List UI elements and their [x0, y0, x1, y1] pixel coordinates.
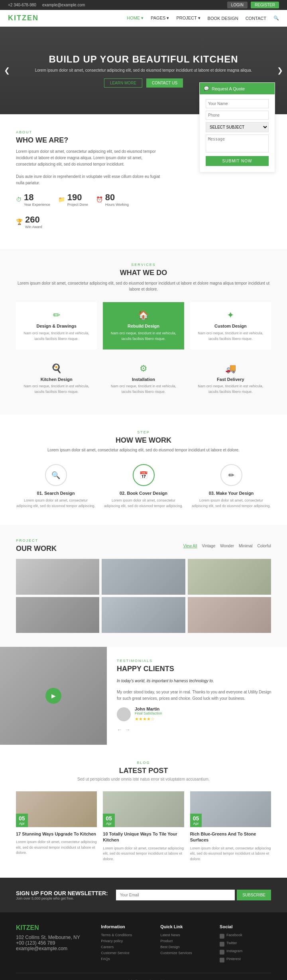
quote-header-text: Request A Quote	[212, 86, 245, 91]
blog-section: BLOG LATEST POST Sed ut perspiciatis und…	[0, 745, 287, 878]
login-button[interactable]: LOGIN	[227, 2, 248, 8]
quote-name-input[interactable]	[206, 99, 269, 108]
testimonial-prev[interactable]: ←	[117, 726, 122, 733]
how-step-1: 🔍 01. Search Design Lorem ipsum dolor si…	[16, 464, 96, 509]
quote-message-input[interactable]	[206, 135, 269, 152]
service-delivery-title: Fast Delivery	[194, 377, 267, 382]
service-kitchen-title: Kitchen Design	[20, 377, 93, 382]
logo[interactable]: KITZEN	[8, 14, 39, 22]
nav-project[interactable]: PROJECT ▾	[176, 16, 200, 21]
step3-circle: ✏	[220, 464, 242, 486]
work-filter-vintage[interactable]: Vintage	[202, 544, 215, 548]
nav-pages[interactable]: PAGES ▾	[151, 16, 169, 21]
blog-title-3[interactable]: Rich Blue-Greens And To Stone Surfaces	[190, 831, 271, 843]
footer: KITZEN 102 Collins St, Melbourne, NY +00…	[0, 912, 287, 980]
footer-email: example@example.com	[16, 946, 93, 951]
newsletter-section: SIGN UP FOR OUR NEWSLETTER: Join over 5,…	[0, 878, 287, 912]
navbar: KITZEN HOME ▾ PAGES ▾ PROJECT ▾ BOOK DES…	[0, 10, 287, 27]
footer-link-facebook[interactable]: Facebook	[226, 933, 242, 937]
work-image-5[interactable]	[102, 597, 185, 633]
work-image-1[interactable]	[16, 559, 99, 595]
work-label: PROJECT	[16, 539, 57, 543]
testimonial-title: HAPPY CLIENTS	[117, 665, 277, 673]
blog-title-2[interactable]: 10 Totally Unique Ways To Tile Your Kitc…	[103, 831, 184, 843]
stat-projects-label: Project Done	[67, 203, 88, 207]
service-delivery-desc: Nam orci neque, tincidunt in est vehicul…	[194, 384, 267, 394]
newsletter-subscribe-button[interactable]: SUBSCRIBE	[237, 890, 271, 900]
blog-image-3: 05 Apr	[190, 791, 271, 827]
about-title: WHO WE ARE?	[16, 136, 162, 144]
hero-arrow-right[interactable]: ❯	[277, 66, 283, 75]
work-filter-minimal[interactable]: Minimal	[239, 544, 252, 548]
service-rebuild-desc: Nam orci neque, tincidunt in est vehicul…	[109, 331, 178, 342]
step3-num: 03. Make Your Design	[191, 491, 271, 496]
step2-desc: Lorem ipsum dolor sit amet, consectetur …	[104, 498, 183, 509]
social-instagram[interactable]: Instagram	[220, 949, 271, 955]
social-pinterest[interactable]: Pinterest	[220, 957, 271, 963]
how-section: STEP HOW WE WORK Lorem ipsum dolor sit a…	[0, 414, 287, 525]
work-image-2[interactable]	[102, 559, 185, 595]
footer-link-terms[interactable]: Terms & Conditions	[101, 933, 152, 937]
work-image-4[interactable]	[16, 597, 99, 633]
service-kitchen-desc: Nam orci neque, tincidunt in est vehicul…	[20, 384, 93, 394]
testimonial-image: ▶	[0, 647, 107, 745]
search-icon[interactable]: 🔍	[273, 16, 279, 21]
blog-day-3: 05	[193, 815, 199, 822]
stat-experience-num: 18	[24, 192, 50, 203]
quote-icon: 💬	[204, 86, 209, 91]
nav-book-design[interactable]: BOOK DESIGN	[208, 16, 238, 21]
service-installation-title: Installation	[107, 377, 180, 382]
author-role: Final Satisfaction	[135, 711, 162, 715]
footer-link-faqs[interactable]: FAQs	[101, 957, 152, 961]
contact-us-button[interactable]: CONTACT US	[146, 78, 183, 88]
social-facebook[interactable]: Facebook	[220, 933, 271, 939]
footer-link-customer[interactable]: Customer Service	[101, 951, 152, 955]
twitter-icon	[220, 942, 224, 947]
quote-submit-button[interactable]: SUBMIT NOW	[206, 156, 269, 166]
step2-circle: 📅	[133, 464, 155, 486]
hero-arrow-left[interactable]: ❮	[4, 66, 10, 75]
blog-post-3: 05 Apr Rich Blue-Greens And To Stone Sur…	[190, 791, 271, 862]
custom-icon: ✦	[196, 310, 265, 320]
about-desc2: Duis aute irure dolor in reprehenderit i…	[16, 174, 162, 186]
testimonial-content: TESTIMONIALS HAPPY CLIENTS In today's wo…	[107, 647, 287, 745]
work-view-all[interactable]: View All	[183, 544, 197, 548]
footer-link-privacy[interactable]: Privacy policy	[101, 939, 152, 943]
blog-day-1: 05	[19, 815, 25, 822]
testimonial-next[interactable]: →	[125, 726, 130, 733]
delivery-icon: 🚚	[194, 363, 267, 374]
newsletter-email-input[interactable]	[116, 890, 235, 900]
footer-link-product[interactable]: Product	[160, 939, 212, 943]
testimonial-label: TESTIMONIALS	[117, 659, 277, 663]
service-delivery: 🚚 Fast Delivery Nam orci neque, tincidun…	[190, 357, 271, 400]
blog-title-1[interactable]: 17 Stunning Ways Upgrade To Kitchen	[16, 831, 97, 837]
work-filter-wonder[interactable]: Wonder	[220, 544, 234, 548]
quote-phone-input[interactable]	[206, 111, 269, 120]
footer-social-title: Social	[220, 924, 271, 929]
footer-link-news[interactable]: Latest News	[160, 933, 212, 937]
work-filter-colorful[interactable]: Colorful	[258, 544, 271, 548]
service-installation-desc: Nam orci neque, tincidunt in est vehicul…	[107, 384, 180, 394]
stat-hours-num: 80	[105, 192, 129, 203]
work-image-6[interactable]	[188, 597, 271, 633]
footer-link-instagram[interactable]: Instagram	[226, 949, 242, 953]
blog-date-3: 05 Apr	[190, 814, 202, 827]
footer-link-bestdesign[interactable]: Best Design	[160, 945, 212, 949]
footer-brand: KITZEN 102 Collins St, Melbourne, NY +00…	[16, 924, 93, 965]
register-button[interactable]: REGISTER	[251, 2, 279, 8]
quote-subject-select[interactable]: SELECT SUBJECT	[206, 122, 269, 132]
footer-logo: KITZEN	[16, 924, 93, 931]
step3-desc: Lorem ipsum dolor sit amet, consectetur …	[191, 498, 271, 509]
pinterest-icon	[220, 958, 224, 962]
footer-link-customize[interactable]: Customize Services	[160, 951, 212, 955]
nav-contact[interactable]: CONTACT	[246, 16, 266, 21]
nav-home[interactable]: HOME ▾	[127, 16, 144, 21]
footer-link-careers[interactable]: Careers	[101, 945, 152, 949]
play-button[interactable]: ▶	[45, 688, 61, 704]
footer-link-twitter[interactable]: Twitter	[226, 941, 237, 945]
learn-more-button[interactable]: LEARN MORE	[104, 78, 142, 88]
footer-link-pinterest[interactable]: Pinterest	[226, 957, 241, 961]
work-image-3[interactable]	[188, 559, 271, 595]
social-twitter[interactable]: Twitter	[220, 941, 271, 947]
service-design-desc: Nam orci neque, tincidunt in est vehicul…	[22, 331, 91, 342]
